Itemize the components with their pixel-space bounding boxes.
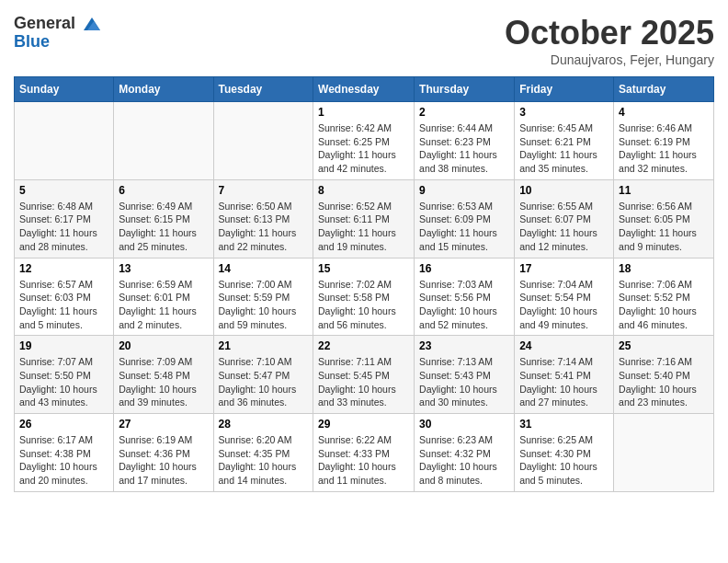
logo-blue: Blue [14, 32, 102, 52]
day-cell: 10Sunrise: 6:55 AM Sunset: 6:07 PM Dayli… [515, 179, 614, 258]
day-number: 25 [619, 339, 709, 352]
day-cell: 27Sunrise: 6:19 AM Sunset: 4:36 PM Dayli… [114, 414, 213, 492]
day-cell [213, 102, 313, 180]
day-number: 18 [619, 262, 709, 275]
day-cell: 14Sunrise: 7:00 AM Sunset: 5:59 PM Dayli… [213, 258, 313, 336]
header-friday: Friday [515, 77, 614, 102]
day-number: 7 [219, 184, 309, 197]
day-number: 9 [419, 184, 509, 197]
day-cell [614, 414, 714, 492]
day-info: Sunrise: 7:07 AM Sunset: 5:50 PM Dayligh… [19, 355, 108, 409]
day-number: 30 [419, 418, 509, 431]
day-cell: 15Sunrise: 7:02 AM Sunset: 5:58 PM Dayli… [313, 258, 415, 336]
day-info: Sunrise: 6:53 AM Sunset: 6:09 PM Dayligh… [419, 200, 509, 254]
day-cell: 2Sunrise: 6:44 AM Sunset: 6:23 PM Daylig… [415, 102, 515, 180]
week-row-3: 12Sunrise: 6:57 AM Sunset: 6:03 PM Dayli… [15, 258, 714, 336]
day-number: 23 [419, 339, 509, 352]
logo-general: General [14, 14, 75, 32]
day-cell: 11Sunrise: 6:56 AM Sunset: 6:05 PM Dayli… [614, 179, 714, 258]
day-cell: 22Sunrise: 7:11 AM Sunset: 5:45 PM Dayli… [313, 336, 415, 414]
day-number: 5 [19, 184, 108, 197]
header-wednesday: Wednesday [313, 77, 415, 102]
day-info: Sunrise: 7:11 AM Sunset: 5:45 PM Dayligh… [318, 355, 409, 409]
day-number: 27 [119, 418, 208, 431]
day-info: Sunrise: 7:14 AM Sunset: 5:41 PM Dayligh… [519, 355, 609, 409]
day-cell: 31Sunrise: 6:25 AM Sunset: 4:30 PM Dayli… [515, 414, 614, 492]
header-sunday: Sunday [15, 77, 114, 102]
day-info: Sunrise: 7:03 AM Sunset: 5:56 PM Dayligh… [419, 278, 509, 332]
day-info: Sunrise: 7:10 AM Sunset: 5:47 PM Dayligh… [219, 355, 309, 409]
week-row-5: 26Sunrise: 6:17 AM Sunset: 4:38 PM Dayli… [15, 414, 714, 492]
day-cell: 13Sunrise: 6:59 AM Sunset: 6:01 PM Dayli… [114, 258, 213, 336]
week-row-2: 5Sunrise: 6:48 AM Sunset: 6:17 PM Daylig… [15, 179, 714, 258]
day-info: Sunrise: 7:06 AM Sunset: 5:52 PM Dayligh… [619, 278, 709, 332]
day-cell: 3Sunrise: 6:45 AM Sunset: 6:21 PM Daylig… [515, 102, 614, 180]
day-cell: 24Sunrise: 7:14 AM Sunset: 5:41 PM Dayli… [515, 336, 614, 414]
week-row-1: 1Sunrise: 6:42 AM Sunset: 6:25 PM Daylig… [15, 102, 714, 180]
day-info: Sunrise: 7:16 AM Sunset: 5:40 PM Dayligh… [619, 355, 709, 409]
week-row-4: 19Sunrise: 7:07 AM Sunset: 5:50 PM Dayli… [15, 336, 714, 414]
day-info: Sunrise: 6:19 AM Sunset: 4:36 PM Dayligh… [119, 433, 208, 488]
day-number: 1 [318, 106, 409, 119]
day-info: Sunrise: 6:45 AM Sunset: 6:21 PM Dayligh… [519, 121, 609, 176]
day-cell: 7Sunrise: 6:50 AM Sunset: 6:13 PM Daylig… [213, 179, 313, 258]
day-cell: 18Sunrise: 7:06 AM Sunset: 5:52 PM Dayli… [614, 258, 714, 336]
day-number: 12 [19, 262, 108, 275]
day-number: 10 [519, 184, 609, 197]
day-cell: 29Sunrise: 6:22 AM Sunset: 4:33 PM Dayli… [313, 414, 415, 492]
title-block: October 2025 Dunaujvaros, Fejer, Hungary [505, 14, 714, 67]
day-info: Sunrise: 6:44 AM Sunset: 6:23 PM Dayligh… [419, 121, 509, 176]
day-number: 3 [519, 106, 609, 119]
day-number: 29 [318, 418, 409, 431]
day-cell: 9Sunrise: 6:53 AM Sunset: 6:09 PM Daylig… [415, 179, 515, 258]
day-info: Sunrise: 6:59 AM Sunset: 6:01 PM Dayligh… [119, 278, 208, 332]
header-thursday: Thursday [415, 77, 515, 102]
day-number: 24 [519, 339, 609, 352]
day-number: 19 [19, 339, 108, 352]
calendar-table: SundayMondayTuesdayWednesdayThursdayFrid… [14, 76, 714, 492]
day-number: 15 [318, 262, 409, 275]
day-info: Sunrise: 7:04 AM Sunset: 5:54 PM Dayligh… [519, 278, 609, 332]
day-info: Sunrise: 6:25 AM Sunset: 4:30 PM Dayligh… [519, 433, 609, 488]
day-info: Sunrise: 6:23 AM Sunset: 4:32 PM Dayligh… [419, 433, 509, 488]
day-cell: 23Sunrise: 7:13 AM Sunset: 5:43 PM Dayli… [415, 336, 515, 414]
day-cell: 1Sunrise: 6:42 AM Sunset: 6:25 PM Daylig… [313, 102, 415, 180]
day-number: 13 [119, 262, 208, 275]
day-info: Sunrise: 7:09 AM Sunset: 5:48 PM Dayligh… [119, 355, 208, 409]
day-cell: 17Sunrise: 7:04 AM Sunset: 5:54 PM Dayli… [515, 258, 614, 336]
day-number: 17 [519, 262, 609, 275]
day-info: Sunrise: 6:55 AM Sunset: 6:07 PM Dayligh… [519, 200, 609, 254]
day-info: Sunrise: 7:00 AM Sunset: 5:59 PM Dayligh… [219, 278, 309, 332]
day-cell: 5Sunrise: 6:48 AM Sunset: 6:17 PM Daylig… [15, 179, 114, 258]
day-cell [15, 102, 114, 180]
day-number: 6 [119, 184, 208, 197]
day-info: Sunrise: 6:46 AM Sunset: 6:19 PM Dayligh… [619, 121, 709, 176]
day-info: Sunrise: 6:49 AM Sunset: 6:15 PM Dayligh… [119, 200, 208, 254]
day-cell: 21Sunrise: 7:10 AM Sunset: 5:47 PM Dayli… [213, 336, 313, 414]
day-info: Sunrise: 6:20 AM Sunset: 4:35 PM Dayligh… [219, 433, 309, 488]
day-number: 26 [19, 418, 108, 431]
day-number: 2 [419, 106, 509, 119]
day-info: Sunrise: 6:17 AM Sunset: 4:38 PM Dayligh… [19, 433, 108, 488]
day-info: Sunrise: 6:57 AM Sunset: 6:03 PM Dayligh… [19, 278, 108, 332]
day-number: 31 [519, 418, 609, 431]
day-info: Sunrise: 6:56 AM Sunset: 6:05 PM Dayligh… [619, 200, 709, 254]
day-number: 14 [219, 262, 309, 275]
location-subtitle: Dunaujvaros, Fejer, Hungary [505, 52, 714, 67]
day-cell [114, 102, 213, 180]
day-cell: 28Sunrise: 6:20 AM Sunset: 4:35 PM Dayli… [213, 414, 313, 492]
day-cell: 12Sunrise: 6:57 AM Sunset: 6:03 PM Dayli… [15, 258, 114, 336]
day-number: 28 [219, 418, 309, 431]
day-cell: 20Sunrise: 7:09 AM Sunset: 5:48 PM Dayli… [114, 336, 213, 414]
day-number: 4 [619, 106, 709, 119]
day-info: Sunrise: 7:02 AM Sunset: 5:58 PM Dayligh… [318, 278, 409, 332]
day-number: 11 [619, 184, 709, 197]
page-header: General Blue October 2025 Dunaujvaros, F… [14, 14, 714, 67]
day-info: Sunrise: 6:22 AM Sunset: 4:33 PM Dayligh… [318, 433, 409, 488]
logo-icon [82, 14, 102, 34]
day-info: Sunrise: 6:48 AM Sunset: 6:17 PM Dayligh… [19, 200, 108, 254]
day-number: 21 [219, 339, 309, 352]
logo: General Blue [14, 14, 102, 52]
day-info: Sunrise: 6:52 AM Sunset: 6:11 PM Dayligh… [318, 200, 409, 254]
day-number: 22 [318, 339, 409, 352]
